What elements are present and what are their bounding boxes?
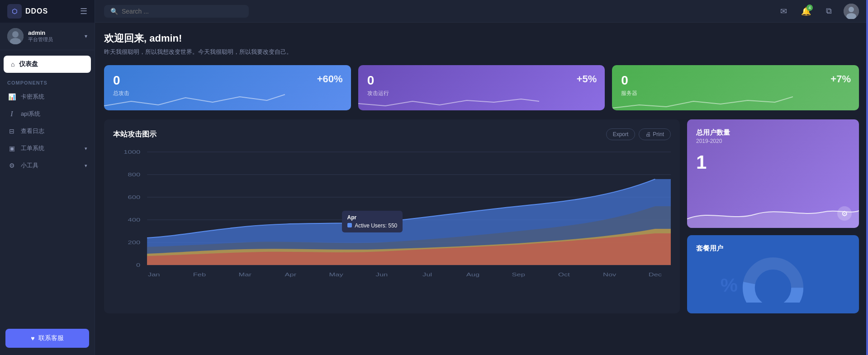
svg-text:Feb: Feb [193, 272, 206, 278]
topbar-right: ✉ 🔔 4 ⧉ [776, 4, 859, 19]
total-users-count: 1 [696, 151, 850, 173]
gear-button[interactable]: ⚙ [837, 206, 852, 221]
stat-percent: +5% [577, 73, 597, 85]
svg-text:Apr: Apr [285, 272, 297, 278]
export-label: Export [613, 131, 629, 137]
export-button[interactable]: Export [606, 128, 636, 140]
chart-card: 本站攻击图示 Export 🖨 Print [104, 119, 680, 313]
api-icon: I [7, 110, 16, 118]
nav-label: 查看日志 [21, 127, 44, 135]
svg-point-1 [12, 31, 19, 38]
svg-text:Aug: Aug [466, 272, 479, 278]
logo-text: DDOS [25, 7, 48, 15]
nav-label: 小工具 [21, 161, 38, 170]
svg-text:Jan: Jan [148, 272, 160, 278]
svg-text:Sep: Sep [512, 272, 525, 278]
topbar: 🔍 ✉ 🔔 4 ⧉ [95, 0, 868, 23]
user-section: admin 平台管理员 ▾ [0, 23, 95, 50]
logo-area: ⬡ DDOS [7, 4, 48, 19]
chevron-down-icon: ▾ [85, 146, 87, 151]
sidebar-item-api-system[interactable]: I api系统 [0, 105, 95, 123]
avatar [7, 28, 24, 44]
nav-label: api系统 [21, 110, 40, 118]
area-chart-svg: 1000 800 600 400 200 0 Jan Feb Mar Apr M… [113, 147, 671, 288]
welcome-subtitle: 昨天我很聪明，所以我想改变世界。今天我很聪明，所以我要改变自己。 [104, 48, 859, 56]
svg-text:200: 200 [128, 240, 141, 246]
stats-row: 0 总攻击 +60% 0 攻击运行 +5% 0 服务器 +7% [104, 65, 859, 110]
contact-label: 联系客服 [38, 334, 64, 342]
total-users-title: 总用户数量 [696, 128, 850, 137]
chevron-down-icon: ▾ [85, 163, 87, 169]
svg-text:1000: 1000 [123, 149, 140, 155]
bottom-row: 本站攻击图示 Export 🖨 Print [104, 119, 859, 313]
ticket-icon: ▣ [7, 145, 16, 152]
svg-text:600: 600 [128, 194, 141, 200]
mail-icon[interactable]: ✉ [776, 4, 791, 19]
nav-section: ⌂ 仪表盘 COMPONENTS 📊 卡密系统 I api系统 ⊟ 查看日志 ▣… [0, 50, 95, 178]
sidebar-item-card-system[interactable]: 📊 卡密系统 [0, 88, 95, 105]
stat-number: 0 [367, 73, 596, 88]
total-users-card: 总用户数量 2019-2020 1 ⚙ [687, 119, 859, 228]
sidebar-item-tools[interactable]: ⚙ 小工具 ▾ [0, 157, 95, 174]
user-name: admin [28, 29, 80, 36]
svg-text:Nov: Nov [603, 272, 616, 278]
notification-badge: 4 [806, 5, 813, 11]
welcome-section: 欢迎回来, admin! 昨天我很聪明，所以我想改变世界。今天我很聪明，所以我要… [104, 32, 859, 56]
user-dropdown-icon[interactable]: ▾ [85, 33, 87, 39]
stat-number: 0 [621, 73, 850, 88]
svg-text:Mar: Mar [238, 272, 251, 278]
bell-icon[interactable]: 🔔 4 [798, 4, 814, 19]
sidebar-header: ⬡ DDOS ☰ [0, 0, 95, 23]
svg-text:Oct: Oct [558, 272, 570, 278]
stat-percent: +7% [830, 73, 851, 85]
stat-percent: +60% [317, 73, 343, 85]
sidebar: ⬡ DDOS ☰ admin 平台管理员 ▾ ⌂ 仪表盘 COMPONENTS … [0, 0, 95, 355]
svg-point-4 [849, 7, 854, 12]
print-label: Print [653, 131, 664, 137]
printer-icon: 🖨 [645, 131, 651, 137]
svg-text:May: May [329, 272, 343, 278]
svg-text:400: 400 [128, 217, 141, 223]
scrollbar-indicator [866, 0, 868, 355]
search-box[interactable]: 🔍 [104, 5, 249, 18]
user-avatar-topbar[interactable] [844, 4, 859, 19]
chart-title: 本站攻击图示 [113, 130, 157, 139]
user-info: admin 平台管理员 [28, 29, 80, 43]
wave-chart [612, 92, 793, 110]
chart-icon: 📊 [7, 93, 16, 100]
sidebar-item-logs[interactable]: ⊟ 查看日志 [0, 123, 95, 140]
stat-card-servers: 0 服务器 +7% [612, 65, 859, 110]
logo-icon: ⬡ [7, 4, 22, 19]
sidebar-item-tickets[interactable]: ▣ 工单系统 ▾ [0, 140, 95, 157]
stat-card-total-attacks: 0 总攻击 +60% [104, 65, 351, 110]
chart-area: 1000 800 600 400 200 0 Jan Feb Mar Apr M… [113, 147, 671, 288]
nav-label: 工单系统 [21, 144, 44, 152]
home-icon: ⌂ [11, 61, 14, 68]
sidebar-item-dashboard[interactable]: ⌂ 仪表盘 [4, 56, 91, 73]
search-icon: 🔍 [110, 8, 118, 15]
print-button[interactable]: 🖨 Print [639, 128, 671, 140]
page-content: 欢迎回来, admin! 昨天我很聪明，所以我想改变世界。今天我很聪明，所以我要… [95, 23, 868, 355]
tools-icon: ⚙ [7, 162, 16, 169]
main-content: 🔍 ✉ 🔔 4 ⧉ 欢迎回来, admin! 昨天我很聪明，所以我想改变 [95, 0, 868, 355]
svg-text:Jun: Jun [376, 272, 388, 278]
wave-chart [104, 92, 285, 110]
nav-label: 卡密系统 [21, 93, 44, 101]
svg-text:%: % [721, 274, 738, 296]
user-role: 平台管理员 [28, 36, 80, 43]
wave-chart [358, 92, 539, 110]
heart-icon: ♥ [31, 335, 34, 342]
chart-header: 本站攻击图示 Export 🖨 Print [113, 128, 671, 140]
stat-number: 0 [113, 73, 342, 88]
svg-text:Dec: Dec [649, 272, 662, 278]
chart-actions: Export 🖨 Print [606, 128, 671, 140]
layers-icon[interactable]: ⧉ [821, 4, 836, 19]
package-card: 套餐用户 % [687, 235, 859, 313]
contact-button[interactable]: ♥ 联系客服 [5, 329, 89, 348]
svg-text:800: 800 [128, 172, 141, 178]
svg-text:Jul: Jul [422, 272, 432, 278]
stat-card-active-attacks: 0 攻击运行 +5% [358, 65, 605, 110]
package-title: 套餐用户 [696, 244, 850, 253]
search-input[interactable] [122, 8, 242, 15]
hamburger-icon[interactable]: ☰ [80, 6, 87, 16]
